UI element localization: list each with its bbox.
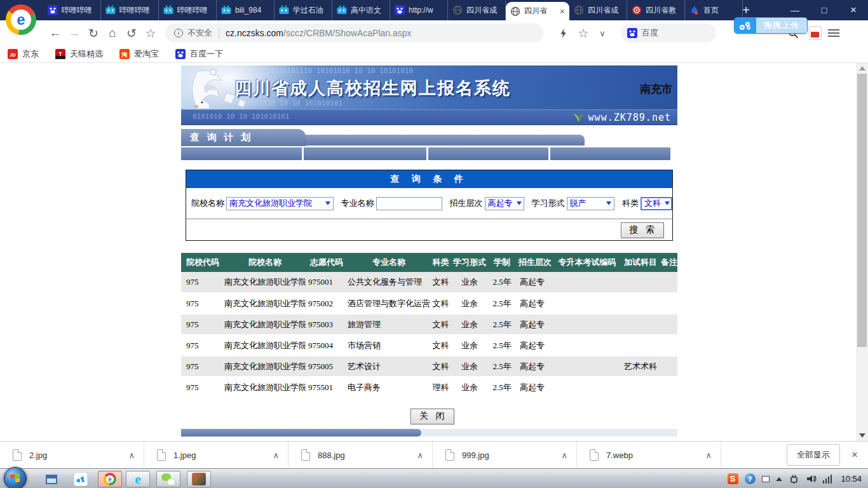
download-item[interactable]: 999.jpg∧ [433,442,577,468]
browser-tab[interactable]: 哔哩哔哩 [101,0,159,20]
table-cell [554,272,620,293]
menu-cell[interactable] [304,147,426,160]
bookmark-item[interactable]: T天猫精选 [55,48,103,60]
scrollbar-thumb[interactable] [857,74,867,347]
bookmark-item[interactable]: 淘爱淘宝 [119,48,159,60]
browser-tab[interactable]: 四川省成 [569,0,627,20]
info-icon[interactable]: i [174,29,183,37]
chevron-up-icon[interactable]: ∧ [705,451,712,460]
download-bar: 2.jpg∧1.jpeg∧888.jpg∧999.jpg∧7.webp∧ 全部显… [0,441,868,468]
browser-tab[interactable]: bili_984 [217,0,275,20]
bookmark-item[interactable]: 百度一下 [175,48,223,60]
pdf-extension-icon[interactable] [809,26,822,40]
lightning-icon[interactable] [552,28,574,39]
download-filename: 2.jpg [29,451,121,460]
browser-tab[interactable]: 哔哩哔哩 [159,0,217,20]
scroll-up-icon[interactable] [859,66,865,71]
download-item[interactable]: 2.jpg∧ [0,442,144,468]
chevron-up-icon[interactable]: ∧ [417,451,423,460]
taskbar-clock[interactable]: 10:54 [841,474,862,484]
scroll-down-icon[interactable] [859,433,865,438]
refresh-icon[interactable]: ↻ [84,26,103,41]
help-tray-icon[interactable]: ? [745,473,756,484]
favorite-icon[interactable]: ☆ [141,26,160,41]
search-placeholder: 百度 [642,27,658,39]
search-button[interactable]: 搜 索 [621,222,665,238]
close-download-bar-icon[interactable]: × [851,449,858,461]
page-scrollbar[interactable] [856,63,868,441]
browser-tab[interactable]: 首页 [685,0,743,20]
table-cell: 975 [181,335,224,356]
level-select[interactable]: 高起专 [485,197,524,210]
new-tab-button[interactable]: + [737,1,755,19]
tab-list: 哔哩哔哩哔哩哔哩哔哩哔哩bili_984学过石油高中语文http://w四川省成… [43,0,743,20]
download-item[interactable]: 888.jpg∧ [288,442,433,468]
table-cell: 975004 [306,335,348,356]
select-arrow-icon [325,201,330,205]
bookmark-label: 爱淘宝 [134,48,159,60]
address-bar[interactable]: i 不安全 cz.nczsks.com/sccz/CRBM/ShowAcaPla… [165,24,543,43]
close-window-button[interactable]: × [839,0,868,20]
major-name-input[interactable] [376,197,442,210]
search-input[interactable]: 百度 [621,24,716,43]
menu-cell[interactable] [550,147,670,160]
photos-icon [192,473,206,485]
bookmark-star-icon[interactable]: ☆ [574,26,593,41]
power-plug-icon[interactable] [789,473,799,484]
show-all-downloads-button[interactable]: 全部显示 [787,444,840,466]
subject-type-select[interactable]: 文科 [641,197,672,210]
taskbar-ie[interactable]: e [126,471,150,487]
browser-tab[interactable]: 高中语文 [332,0,390,20]
browser-tab[interactable]: 学过石油 [275,0,332,20]
taskbar-app-window[interactable] [39,471,64,487]
taskbar-browser-active[interactable]: e [98,471,122,487]
restore-button[interactable]: □ [810,0,839,20]
home-icon[interactable]: ⌂ [103,26,122,40]
chevron-up-icon[interactable]: ∧ [128,451,135,460]
menu-cell[interactable] [428,147,548,160]
browser-tab-active[interactable]: 四川省× [506,2,569,20]
undo-icon[interactable]: ↺ [122,26,141,41]
forward-icon[interactable]: → [65,26,84,40]
binary-decoration: 1101010101110 10101010 10 10 10101010 [257,67,413,75]
study-form-select[interactable]: 脱产 [567,197,614,210]
table-cell: 2.5年 [488,335,516,356]
download-item[interactable]: 7.webp∧ [577,442,721,468]
windows-switcher-icon[interactable] [762,476,770,482]
taskbar-netdisk[interactable] [69,471,93,487]
download-filename: 1.jpeg [173,451,265,460]
tray-expand-icon[interactable] [776,477,782,481]
chevron-down-icon[interactable]: ∨ [593,29,612,38]
close-tab-icon[interactable]: × [560,6,565,17]
browser-tab[interactable]: 哔哩哔哩 [43,0,101,20]
bookmark-label: 天猫精选 [70,48,103,60]
download-item[interactable]: 1.jpeg∧ [144,442,288,468]
query-button-row: 搜 索 [186,219,672,240]
tab-title: 哔哩哔哩 [62,5,92,16]
speaker-icon[interactable] [806,473,817,484]
table-cell: 文科 [430,335,451,356]
table-cell: 南充文化旅游职业学院 [224,293,306,314]
browser-tab[interactable]: http://w [390,0,448,20]
jd-icon: JD [8,49,18,59]
menu-cell[interactable] [181,147,302,160]
taskbar-photos[interactable] [187,471,211,487]
bookmark-item[interactable]: JD京东 [8,48,39,60]
chevron-up-icon[interactable]: ∧ [561,451,567,460]
school-name-select[interactable]: 南充文化旅游职业学院 [226,197,334,210]
taskbar-wechat[interactable] [156,471,180,487]
upload-badge[interactable]: 拖拽上传 [734,17,808,34]
browser-tab[interactable]: 四川省成 [448,0,506,20]
baidu-icon [627,28,637,38]
query-plan-tab[interactable]: 查 询 计 划 [181,129,306,146]
windows-flag-icon [10,473,20,484]
back-icon[interactable]: ← [46,26,65,40]
start-button[interactable] [4,467,27,488]
browser-tab[interactable]: 四川省教 [627,0,685,20]
sogou-tray-icon[interactable]: S [728,473,738,484]
close-page-button[interactable]: 关 闭 [410,409,454,424]
chevron-up-icon[interactable]: ∧ [273,451,279,460]
network-signal-icon[interactable] [823,475,832,484]
system-tray: S ? 10:54 [728,469,868,488]
menu-icon[interactable] [828,29,839,37]
